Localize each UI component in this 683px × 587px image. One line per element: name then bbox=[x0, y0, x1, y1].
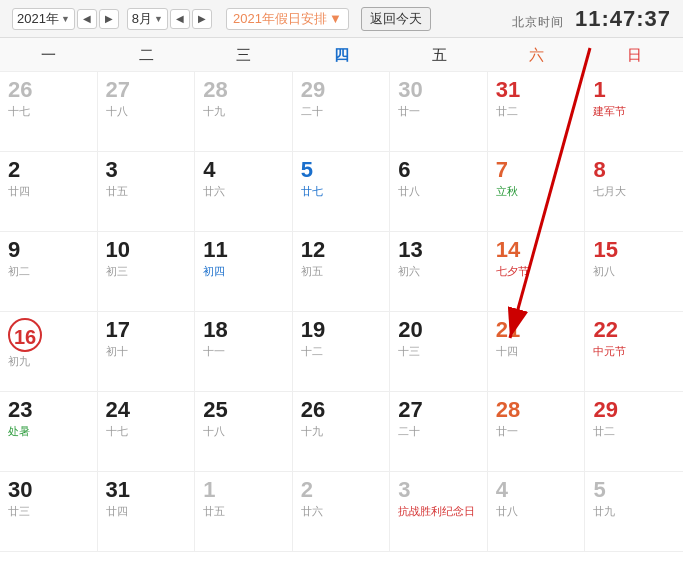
day-cell[interactable]: 5廿九 bbox=[585, 472, 683, 552]
day-number: 1 bbox=[593, 78, 675, 102]
day-number: 31 bbox=[496, 78, 577, 102]
day-cell[interactable]: 27十八 bbox=[98, 72, 196, 152]
day-cell[interactable]: 6廿八 bbox=[390, 152, 488, 232]
day-cell[interactable]: 12初五 bbox=[293, 232, 391, 312]
day-cell[interactable]: 4廿八 bbox=[488, 472, 586, 552]
time-value: 11:47:37 bbox=[575, 6, 671, 31]
day-lunar: 十八 bbox=[203, 424, 284, 439]
day-cell[interactable]: 5廿七 bbox=[293, 152, 391, 232]
day-cell[interactable]: 26十九 bbox=[293, 392, 391, 472]
day-cell[interactable]: 3廿五 bbox=[98, 152, 196, 232]
day-cell[interactable]: 17初十 bbox=[98, 312, 196, 392]
day-lunar: 处暑 bbox=[8, 424, 89, 439]
day-number: 10 bbox=[106, 238, 187, 262]
time-label: 北京时间 bbox=[512, 15, 564, 29]
day-number: 4 bbox=[496, 478, 577, 502]
weekday-tue: 二 bbox=[98, 38, 196, 71]
weekday-row: 一 二 三 四 五 六 日 bbox=[0, 38, 683, 72]
calendar-grid: 一 二 三 四 五 六 日 26十七27十八28十九29二十30廿一31廿二1建… bbox=[0, 38, 683, 552]
day-lunar: 廿三 bbox=[8, 504, 89, 519]
day-number: 24 bbox=[106, 398, 187, 422]
day-cell[interactable]: 2廿四 bbox=[0, 152, 98, 232]
day-lunar: 廿六 bbox=[203, 184, 284, 199]
day-cell[interactable]: 18十一 bbox=[195, 312, 293, 392]
day-cell[interactable]: 3抗战胜利纪念日 bbox=[390, 472, 488, 552]
day-lunar: 七夕节 bbox=[496, 264, 577, 279]
day-cell[interactable]: 31廿四 bbox=[98, 472, 196, 552]
day-cell[interactable]: 11初四 bbox=[195, 232, 293, 312]
day-cell[interactable]: 10初三 bbox=[98, 232, 196, 312]
day-lunar: 初八 bbox=[593, 264, 675, 279]
holiday-selector[interactable]: 2021年假日安排 ▼ bbox=[226, 8, 349, 30]
day-cell[interactable]: 13初六 bbox=[390, 232, 488, 312]
day-number: 17 bbox=[106, 318, 187, 342]
day-cell[interactable]: 20十三 bbox=[390, 312, 488, 392]
day-number: 29 bbox=[593, 398, 675, 422]
month-selector[interactable]: 8月 ▼ bbox=[127, 8, 168, 30]
day-lunar: 初九 bbox=[8, 354, 89, 369]
day-lunar: 廿二 bbox=[593, 424, 675, 439]
month-prev-btn[interactable]: ◀ bbox=[170, 9, 190, 29]
day-number: 26 bbox=[8, 78, 89, 102]
day-cell[interactable]: 27二十 bbox=[390, 392, 488, 472]
day-cell[interactable]: 31廿二 bbox=[488, 72, 586, 152]
weekday-fri: 五 bbox=[390, 38, 488, 71]
day-cell[interactable]: 24十七 bbox=[98, 392, 196, 472]
day-lunar: 七月大 bbox=[593, 184, 675, 199]
day-cell[interactable]: 29廿二 bbox=[585, 392, 683, 472]
day-cell[interactable]: 22中元节 bbox=[585, 312, 683, 392]
day-cell[interactable]: 29二十 bbox=[293, 72, 391, 152]
day-cell[interactable]: 1建军节 bbox=[585, 72, 683, 152]
day-cell[interactable]: 30廿三 bbox=[0, 472, 98, 552]
day-lunar: 初三 bbox=[106, 264, 187, 279]
day-number: 1 bbox=[203, 478, 284, 502]
app-container: 2021年 ▼ ◀ ▶ 8月 ▼ ◀ ▶ 2021年假日安排 ▼ 返回今天 bbox=[0, 0, 683, 552]
year-next-btn[interactable]: ▶ bbox=[99, 9, 119, 29]
day-number: 15 bbox=[593, 238, 675, 262]
weekday-thu: 四 bbox=[293, 38, 391, 71]
year-label: 2021年 bbox=[17, 10, 59, 28]
day-cell[interactable]: 8七月大 bbox=[585, 152, 683, 232]
day-number: 20 bbox=[398, 318, 479, 342]
day-number: 7 bbox=[496, 158, 577, 182]
day-cell[interactable]: 2廿六 bbox=[293, 472, 391, 552]
day-lunar: 廿四 bbox=[106, 504, 187, 519]
day-cell[interactable]: 23处暑 bbox=[0, 392, 98, 472]
day-cell[interactable]: 14七夕节 bbox=[488, 232, 586, 312]
day-number: 18 bbox=[203, 318, 284, 342]
day-number: 29 bbox=[301, 78, 382, 102]
month-next-btn[interactable]: ▶ bbox=[192, 9, 212, 29]
day-lunar: 初五 bbox=[301, 264, 382, 279]
day-cell[interactable]: 1廿五 bbox=[195, 472, 293, 552]
day-lunar: 初二 bbox=[8, 264, 89, 279]
day-lunar: 中元节 bbox=[593, 344, 675, 359]
weekday-sat: 六 bbox=[488, 38, 586, 71]
day-cell[interactable]: 30廿一 bbox=[390, 72, 488, 152]
day-lunar: 十三 bbox=[398, 344, 479, 359]
day-cell[interactable]: 25十八 bbox=[195, 392, 293, 472]
return-today-button[interactable]: 返回今天 bbox=[361, 7, 431, 31]
day-number: 28 bbox=[496, 398, 577, 422]
year-prev-btn[interactable]: ◀ bbox=[77, 9, 97, 29]
day-lunar: 廿五 bbox=[106, 184, 187, 199]
day-number: 3 bbox=[398, 478, 479, 502]
day-cell[interactable]: 28十九 bbox=[195, 72, 293, 152]
year-selector[interactable]: 2021年 ▼ bbox=[12, 8, 75, 30]
day-cell[interactable]: 16初九 bbox=[0, 312, 98, 392]
day-cell[interactable]: 9初二 bbox=[0, 232, 98, 312]
holiday-label: 2021年假日安排 bbox=[233, 10, 327, 28]
day-cell[interactable]: 26十七 bbox=[0, 72, 98, 152]
day-number: 23 bbox=[8, 398, 89, 422]
day-cell[interactable]: 28廿一 bbox=[488, 392, 586, 472]
day-lunar: 廿五 bbox=[203, 504, 284, 519]
day-cell[interactable]: 21十四 bbox=[488, 312, 586, 392]
day-lunar: 十九 bbox=[301, 424, 382, 439]
day-number: 22 bbox=[593, 318, 675, 342]
day-cell[interactable]: 19十二 bbox=[293, 312, 391, 392]
day-cell[interactable]: 4廿六 bbox=[195, 152, 293, 232]
day-cell[interactable]: 15初八 bbox=[585, 232, 683, 312]
day-cell[interactable]: 7立秋 bbox=[488, 152, 586, 232]
day-number: 21 bbox=[496, 318, 577, 342]
day-lunar: 初六 bbox=[398, 264, 479, 279]
return-today-label: 返回今天 bbox=[370, 11, 422, 26]
